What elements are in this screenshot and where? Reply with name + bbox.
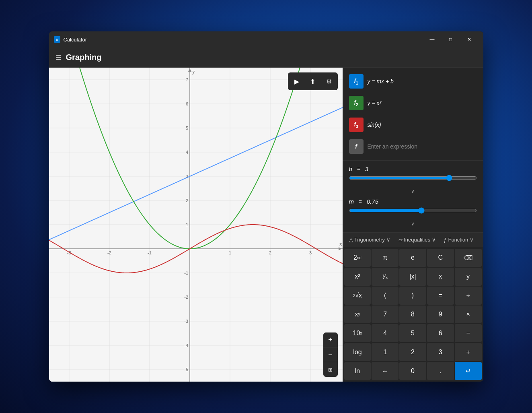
window-controls: — □ ✕: [423, 33, 479, 46]
key-3[interactable]: 3: [427, 343, 454, 361]
menu-icon[interactable]: ☰: [55, 54, 61, 61]
graph-toolbar: ▶ ⬆ ⚙: [288, 72, 338, 90]
function-item-1[interactable]: f1 y = mx + b: [346, 71, 480, 92]
key-equals[interactable]: =: [427, 287, 454, 305]
key-open-paren[interactable]: (: [372, 287, 398, 305]
graph-area: ▶ ⬆ ⚙ + − ⊞: [49, 68, 343, 382]
slider-b-chevron[interactable]: ∨: [349, 188, 477, 195]
key-left-arrow[interactable]: ←: [372, 362, 398, 380]
right-panel: f1 y = mx + b f2 y = x² f3 sin(x): [343, 68, 483, 382]
key-log[interactable]: log: [344, 343, 371, 361]
window-title: Calculator: [64, 37, 423, 43]
slider-b-value: 3: [365, 165, 368, 172]
minimize-button[interactable]: —: [423, 33, 442, 46]
title-bar: 🖩 Calculator — □ ✕: [49, 31, 483, 47]
slider-m: m = 0.75: [349, 198, 477, 215]
key-decimal[interactable]: .: [427, 362, 454, 380]
key-ln[interactable]: ln: [344, 362, 371, 380]
function-expression-1: y = mx + b: [368, 78, 394, 85]
key-6[interactable]: 6: [427, 324, 454, 342]
key-pi[interactable]: π: [372, 249, 398, 267]
key-subtract[interactable]: −: [455, 324, 482, 342]
key-divide[interactable]: ÷: [455, 287, 482, 305]
zoom-controls: + − ⊞: [323, 332, 338, 377]
function-item-2[interactable]: f2 y = x²: [346, 93, 480, 114]
close-button[interactable]: ✕: [460, 33, 479, 46]
zoom-fit-button[interactable]: ⊞: [323, 362, 338, 377]
slider-m-label-row: m = 0.75: [349, 198, 477, 205]
slider-m-chevron[interactable]: ∨: [349, 220, 477, 227]
function-menu-button[interactable]: ƒ Function ∨: [441, 235, 477, 244]
key-backspace[interactable]: ⌫: [455, 249, 482, 267]
key-enter[interactable]: ↵: [455, 362, 482, 380]
app-header: ☰ Graphing: [49, 47, 483, 68]
key-abs[interactable]: |x|: [399, 268, 426, 286]
share-tool-button[interactable]: ⬆: [306, 74, 320, 89]
app-icon: 🖩: [54, 36, 60, 43]
keypad-grid: 2nd π e C ⌫ x² ¹⁄ₓ |x| x y 2√x ( ) = ÷: [343, 247, 483, 382]
settings-tool-button[interactable]: ⚙: [322, 74, 336, 89]
trig-menu-button[interactable]: △ Trigonometry ∨: [346, 235, 394, 244]
key-5[interactable]: 5: [399, 324, 426, 342]
slider-m-var: m: [349, 198, 354, 205]
function-badge-2: f2: [349, 96, 364, 110]
key-reciprocal[interactable]: ¹⁄ₓ: [372, 268, 398, 286]
key-10x[interactable]: 10x: [344, 324, 371, 342]
zoom-in-button[interactable]: +: [323, 332, 338, 347]
function-expression-3: sin(x): [368, 122, 381, 128]
keypad-toolbar: △ Trigonometry ∨ ▱ Inequalities ∨ ƒ Func…: [343, 233, 483, 247]
slider-b-equals: =: [355, 166, 362, 172]
slider-b: b = 3: [349, 165, 477, 183]
key-power[interactable]: xy: [344, 306, 371, 324]
function-badge-3: f3: [349, 118, 364, 132]
function-item-4[interactable]: f Enter an expression: [346, 136, 480, 157]
key-2nd[interactable]: 2nd: [344, 249, 371, 267]
key-close-paren[interactable]: ): [399, 287, 426, 305]
slider-m-value: 0.75: [367, 198, 378, 205]
slider-b-label-row: b = 3: [349, 165, 477, 172]
function-expression-2: y = x²: [368, 100, 382, 106]
key-9[interactable]: 9: [427, 306, 454, 324]
function-badge-4: f: [349, 139, 364, 154]
key-y[interactable]: y: [455, 268, 482, 286]
keypad-section: △ Trigonometry ∨ ▱ Inequalities ∨ ƒ Func…: [343, 233, 483, 382]
function-placeholder: Enter an expression: [368, 143, 418, 150]
inequalities-menu-button[interactable]: ▱ Inequalities ∨: [395, 235, 439, 244]
key-4[interactable]: 4: [372, 324, 398, 342]
function-badge-1: f1: [349, 74, 364, 89]
main-content: ▶ ⬆ ⚙ + − ⊞ f1 y = mx: [49, 68, 483, 382]
key-sqrt[interactable]: 2√x: [344, 287, 371, 305]
key-clear[interactable]: C: [427, 249, 454, 267]
cursor-tool-button[interactable]: ▶: [290, 74, 304, 89]
key-x[interactable]: x: [427, 268, 454, 286]
app-title: Graphing: [66, 53, 102, 62]
key-0[interactable]: 0: [399, 362, 426, 380]
calculator-window: 🖩 Calculator — □ ✕ ☰ Graphing ▶ ⬆ ⚙ +: [49, 31, 483, 382]
slider-m-equals: =: [357, 198, 364, 205]
key-add[interactable]: +: [455, 343, 482, 361]
slider-b-input[interactable]: [349, 175, 477, 181]
graph-canvas: [49, 68, 343, 382]
slider-b-var: b: [349, 165, 352, 172]
key-2[interactable]: 2: [399, 343, 426, 361]
key-7[interactable]: 7: [372, 306, 398, 324]
key-8[interactable]: 8: [399, 306, 426, 324]
maximize-button[interactable]: □: [442, 33, 460, 46]
sliders-section: b = 3 ∨ m = 0.75 ∨: [343, 161, 483, 233]
function-item-3[interactable]: f3 sin(x): [346, 114, 480, 135]
key-x2[interactable]: x²: [344, 268, 371, 286]
key-multiply[interactable]: ×: [455, 306, 482, 324]
key-1[interactable]: 1: [372, 343, 398, 361]
slider-m-input[interactable]: [349, 207, 477, 214]
functions-list: f1 y = mx + b f2 y = x² f3 sin(x): [343, 68, 483, 161]
key-e[interactable]: e: [399, 249, 426, 267]
zoom-out-button[interactable]: −: [323, 347, 338, 362]
